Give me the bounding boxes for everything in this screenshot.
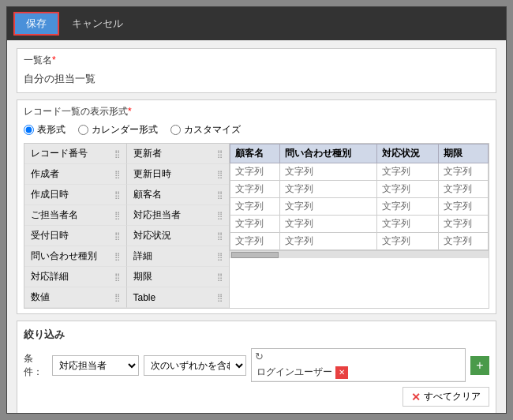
radio-tabular[interactable]: 表形式 — [24, 123, 66, 137]
drag-handle: ⣿ — [114, 252, 120, 261]
list-item[interactable]: 更新者⣿ — [127, 144, 230, 164]
radio-customize[interactable]: カスタマイズ — [170, 123, 241, 137]
drag-handle: ⣿ — [217, 252, 223, 261]
filter-row: 条件： 対応担当者 顧客名 問い合わせ種別 対応状況 期限 次のいずれかを含む … — [24, 348, 489, 382]
filter-section: 絞り込み 条件： 対応担当者 顧客名 問い合わせ種別 対応状況 期限 次のいずれ… — [17, 321, 496, 413]
drag-handle: ⣿ — [217, 149, 223, 158]
drag-handle: ⣿ — [114, 211, 120, 219]
list-item[interactable]: 期限⣿ — [127, 267, 230, 287]
list-item[interactable]: 受付日時⣿ — [24, 226, 127, 246]
table-row: 文字列 文字列 文字列 文字列 — [230, 198, 489, 216]
columns-preview-area: レコード番号⣿ 更新者⣿ 作成者⣿ 更新日時⣿ 作成日時⣿ 顧客名⣿ ご担当者名… — [24, 143, 489, 309]
preview-area: 顧客名 問い合わせ種別 対応状況 期限 文字列 文字列 文字列 — [230, 144, 489, 308]
cell: 文字列 — [377, 233, 439, 250]
drag-handle: ⣿ — [217, 293, 223, 302]
cell: 文字列 — [377, 198, 439, 216]
drag-handle: ⣿ — [114, 231, 120, 240]
cell: 文字列 — [377, 216, 439, 233]
radio-calendar[interactable]: カレンダー形式 — [78, 123, 158, 137]
toolbar: 保存 キャンセル — [7, 7, 506, 40]
cell: 文字列 — [279, 216, 377, 233]
list-item[interactable]: レコード番号⣿ — [24, 144, 127, 164]
radio-group: 表形式 カレンダー形式 カスタマイズ — [24, 123, 489, 137]
filter-input-area: ↻ ログインユーザー ✕ — [251, 348, 466, 382]
cell: 文字列 — [279, 181, 377, 198]
list-item[interactable]: 作成日時⣿ — [24, 185, 127, 205]
clear-all-button[interactable]: ✕ すべてクリア — [403, 387, 489, 407]
save-button[interactable]: 保存 — [13, 12, 59, 36]
list-item[interactable]: 対応詳細⣿ — [24, 267, 127, 287]
table-header-row: 顧客名 問い合わせ種別 対応状況 期限 — [230, 144, 489, 163]
drag-handle: ⣿ — [114, 190, 120, 199]
drag-handle: ⣿ — [217, 170, 223, 178]
list-item[interactable]: 作成者⣿ — [24, 164, 127, 185]
filter-field-select[interactable]: 対応担当者 顧客名 問い合わせ種別 対応状況 期限 — [52, 355, 139, 376]
list-item[interactable]: 詳細⣿ — [127, 246, 230, 267]
main-content: 一覧名* 自分の担当一覧 レコード一覧の表示形式* 表形式 カレンダー形式 カス… — [7, 40, 506, 413]
drag-handle: ⣿ — [114, 149, 120, 158]
list-item[interactable]: 対応担当者⣿ — [127, 205, 230, 226]
cell: 文字列 — [230, 181, 280, 198]
cell: 文字列 — [439, 181, 489, 198]
col-header-status: 対応状況 — [377, 144, 439, 163]
column-list: レコード番号⣿ 更新者⣿ 作成者⣿ 更新日時⣿ 作成日時⣿ 顧客名⣿ ご担当者名… — [24, 144, 230, 308]
cell: 文字列 — [439, 163, 489, 181]
cell: 文字列 — [377, 163, 439, 181]
cell: 文字列 — [230, 233, 280, 250]
drag-handle: ⣿ — [114, 272, 120, 281]
list-item[interactable]: 問い合わせ種別⣿ — [24, 246, 127, 267]
list-item[interactable]: 更新日時⣿ — [127, 164, 230, 185]
col-header-customer: 顧客名 — [230, 144, 280, 163]
drag-handle: ⣿ — [114, 170, 120, 178]
drag-handle: ⣿ — [217, 231, 223, 240]
condition-label: 条件： — [24, 352, 47, 379]
cell: 文字列 — [377, 181, 439, 198]
cell: 文字列 — [230, 216, 280, 233]
cell: 文字列 — [439, 216, 489, 233]
drag-handle: ⣿ — [217, 211, 223, 219]
filter-condition-select[interactable]: 次のいずれかを含む 次のいずれかを含まない と等しい — [144, 355, 246, 376]
list-item[interactable]: ご担当者名⣿ — [24, 205, 127, 226]
drag-handle: ⣿ — [217, 272, 223, 281]
list-name-value[interactable]: 自分の担当一覧 — [24, 70, 489, 88]
table-row: 文字列 文字列 文字列 文字列 — [230, 216, 489, 233]
refresh-icon: ↻ — [255, 351, 264, 362]
filter-actions: ✕ すべてクリア — [24, 387, 489, 407]
filter-tag-text: ログインユーザー — [256, 366, 332, 379]
display-format-section: レコード一覧の表示形式* 表形式 カレンダー形式 カスタマイズ レコード番号⣿ — [17, 99, 496, 314]
cell: 文字列 — [230, 198, 280, 216]
table-row: 文字列 文字列 文字列 文字列 — [230, 163, 489, 181]
add-filter-button[interactable]: + — [470, 356, 489, 375]
remove-tag-button[interactable]: ✕ — [335, 366, 348, 379]
filter-title: 絞り込み — [24, 328, 489, 342]
col-header-deadline: 期限 — [439, 144, 489, 163]
list-item[interactable]: 対応状況⣿ — [127, 226, 230, 246]
preview-table: 顧客名 問い合わせ種別 対応状況 期限 文字列 文字列 文字列 — [230, 144, 489, 250]
table-row: 文字列 文字列 文字列 文字列 — [230, 233, 489, 250]
table-row: 文字列 文字列 文字列 文字列 — [230, 181, 489, 198]
list-item[interactable]: 数値⣿ — [24, 287, 127, 308]
horizontal-scrollbar[interactable] — [230, 250, 489, 258]
cell: 文字列 — [439, 198, 489, 216]
cell: 文字列 — [439, 233, 489, 250]
filter-tag: ログインユーザー ✕ — [252, 364, 465, 381]
cell: 文字列 — [230, 163, 280, 181]
clear-icon: ✕ — [411, 391, 421, 403]
list-item[interactable]: 顧客名⣿ — [127, 185, 230, 205]
cancel-button[interactable]: キャンセル — [66, 13, 129, 34]
clear-all-label: すべてクリア — [424, 390, 481, 403]
list-item[interactable]: Table⣿ — [127, 287, 230, 308]
display-format-label: レコード一覧の表示形式* — [24, 105, 489, 118]
list-name-section: 一覧名* 自分の担当一覧 — [17, 48, 496, 93]
list-name-label: 一覧名* — [24, 54, 489, 67]
col-header-inquiry: 問い合わせ種別 — [279, 144, 377, 163]
cell: 文字列 — [279, 233, 377, 250]
drag-handle: ⣿ — [217, 190, 223, 199]
scrollbar-thumb[interactable] — [231, 252, 279, 258]
drag-handle: ⣿ — [114, 293, 120, 302]
dialog: 保存 キャンセル 一覧名* 自分の担当一覧 レコード一覧の表示形式* 表形式 カ… — [6, 6, 507, 414]
cell: 文字列 — [279, 198, 377, 216]
cell: 文字列 — [279, 163, 377, 181]
